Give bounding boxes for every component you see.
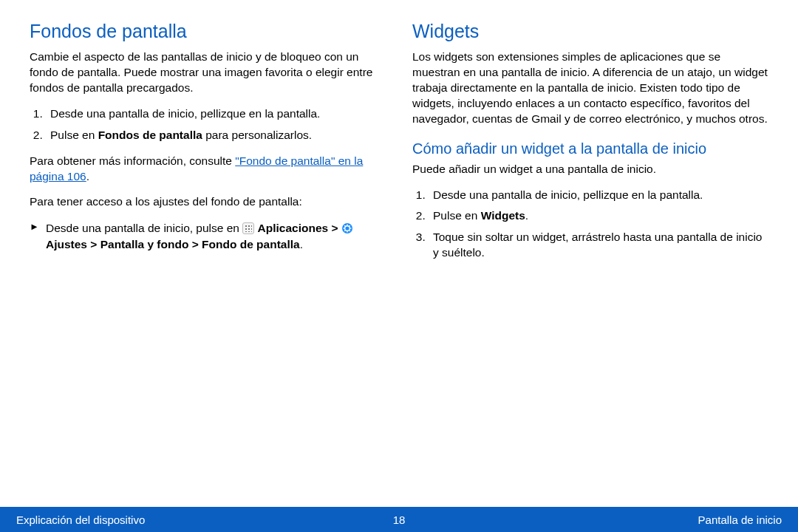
svg-line-7 bbox=[349, 231, 350, 231]
more-info: Para obtener más información, consulte "… bbox=[30, 154, 386, 185]
bullet-item: Desde una pantalla de inicio, pulse en A… bbox=[46, 220, 386, 252]
left-column: Fondos de pantalla Cambie el aspecto de … bbox=[30, 21, 386, 271]
footer-right: Pantalla de inicio bbox=[698, 514, 782, 526]
bullet-screen: Pantalla y fondo bbox=[100, 238, 189, 250]
steps-fondos: Desde una pantalla de inicio, pellizque … bbox=[30, 106, 386, 143]
heading-widgets: Widgets bbox=[412, 21, 768, 42]
wstep-3: Toque sin soltar un widget, arrástrelo h… bbox=[429, 230, 768, 261]
wstep2-bold: Widgets bbox=[481, 209, 525, 222]
step2-pre: Pulse en bbox=[50, 129, 98, 141]
footer-page-number: 18 bbox=[393, 514, 406, 526]
right-column: Widgets Los widgets son extensiones simp… bbox=[412, 21, 768, 271]
steps-widgets: Desde una pantalla de inicio, pellizque … bbox=[412, 188, 768, 262]
step-1: Desde una pantalla de inicio, pellizque … bbox=[46, 106, 386, 122]
wstep2-post: . bbox=[525, 209, 528, 222]
moreinfo-post: . bbox=[86, 170, 89, 183]
footer-left: Explicación del dispositivo bbox=[16, 514, 145, 526]
step2-post: para personalizarlos. bbox=[202, 129, 312, 141]
wstep-1: Desde una pantalla de inicio, pellizque … bbox=[429, 188, 768, 203]
bullet-settings: Ajustes bbox=[46, 238, 87, 250]
svg-line-8 bbox=[344, 231, 345, 231]
bullet-wall: Fondo de pantalla bbox=[202, 238, 300, 250]
bullet-sep1: > bbox=[328, 222, 341, 234]
wstep-2: Pulse en Widgets. bbox=[429, 208, 768, 224]
bullet-end: . bbox=[300, 238, 303, 250]
heading-fondos: Fondos de pantalla bbox=[30, 21, 386, 42]
apps-icon bbox=[242, 222, 254, 234]
bullet-apps: Aplicaciones bbox=[258, 222, 329, 234]
bullet-instructions: Desde una pantalla de inicio, pulse en A… bbox=[30, 220, 386, 252]
gear-icon bbox=[341, 222, 353, 234]
moreinfo-pre: Para obtener más información, consulte bbox=[30, 154, 235, 167]
svg-line-9 bbox=[349, 226, 350, 227]
content-columns: Fondos de pantalla Cambie el aspecto de … bbox=[0, 0, 798, 271]
manual-page: Fondos de pantalla Cambie el aspecto de … bbox=[0, 0, 798, 532]
access-settings: Para tener acceso a los ajustes del fond… bbox=[30, 194, 386, 210]
wstep2-pre: Pulse en bbox=[433, 209, 481, 222]
intro-widgets: Los widgets son extensiones simples de a… bbox=[412, 50, 768, 127]
bullet-pre: Desde una pantalla de inicio, pulse en bbox=[46, 222, 242, 234]
intro-fondos: Cambie el aspecto de las pantallas de in… bbox=[30, 50, 386, 96]
bullet-sep2: > bbox=[87, 238, 100, 250]
step-2: Pulse en Fondos de pantalla para persona… bbox=[46, 128, 386, 143]
svg-line-6 bbox=[344, 226, 345, 227]
bullet-sep3: > bbox=[188, 238, 202, 250]
footer-bar: Explicación del dispositivo 18 Pantalla … bbox=[0, 507, 798, 532]
step2-bold: Fondos de pantalla bbox=[98, 129, 202, 141]
sub-intro: Puede añadir un widget a una pantalla de… bbox=[412, 162, 768, 177]
subheading-add-widget: Cómo añadir un widget a la pantalla de i… bbox=[412, 140, 768, 157]
